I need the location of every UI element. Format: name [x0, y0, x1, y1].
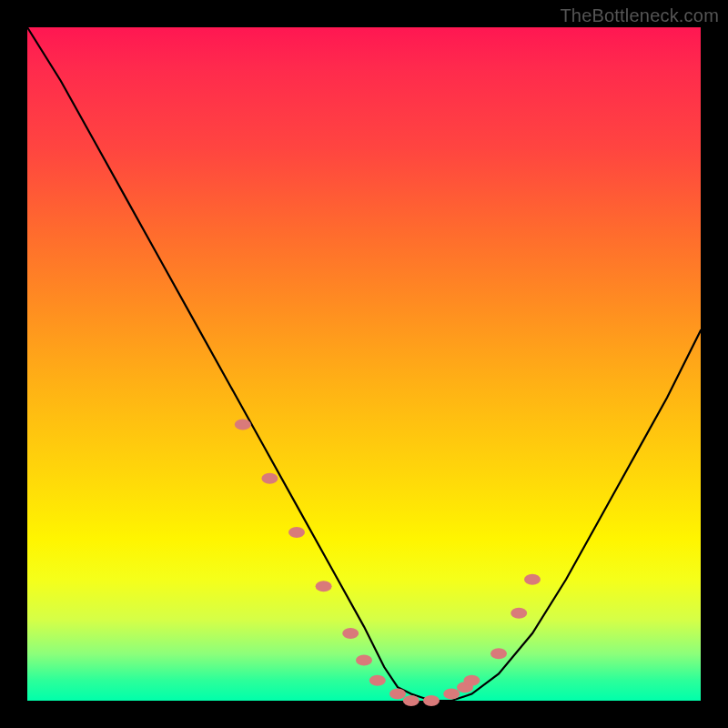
highlight-markers	[235, 420, 541, 706]
marker-point	[511, 608, 527, 619]
marker-point	[261, 473, 278, 484]
marker-point	[463, 675, 480, 686]
marker-point	[490, 648, 507, 659]
marker-point	[316, 581, 332, 592]
bottleneck-curve-path	[27, 27, 701, 701]
plot-area	[27, 27, 701, 701]
marker-point	[369, 675, 386, 686]
marker-point	[443, 689, 460, 700]
chart-frame: TheBottleneck.com	[0, 0, 728, 728]
marker-point	[389, 689, 406, 700]
marker-point	[356, 655, 372, 666]
marker-point	[423, 695, 440, 706]
watermark-text: TheBottleneck.com	[560, 5, 719, 26]
marker-point	[235, 420, 251, 430]
marker-point	[524, 574, 541, 585]
marker-point	[342, 628, 359, 639]
marker-point	[288, 527, 305, 538]
curve-svg	[27, 27, 701, 701]
marker-point	[403, 695, 420, 706]
